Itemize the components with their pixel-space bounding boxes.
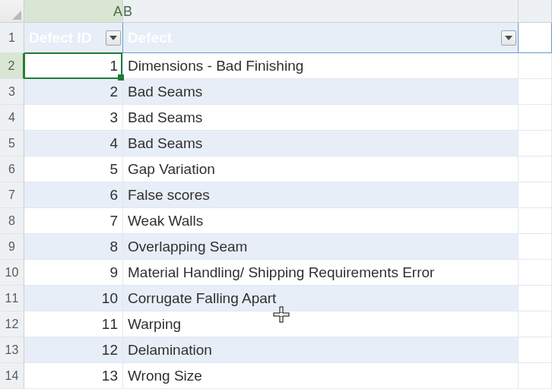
cell-defect-id[interactable]: 5 — [24, 156, 123, 182]
column-header-A[interactable]: A — [24, 0, 123, 23]
cell-defect[interactable]: Gap Variation — [123, 156, 519, 182]
row-header-9[interactable]: 9 — [0, 234, 24, 260]
row-header-1[interactable]: 1 — [0, 23, 24, 53]
cell-empty[interactable] — [519, 337, 552, 363]
table-row: 1 Dimensions - Bad Finishing — [24, 53, 552, 79]
cell-empty[interactable] — [519, 53, 552, 79]
row-header-2[interactable]: 2 — [0, 53, 24, 79]
row-header-13[interactable]: 13 — [0, 337, 24, 363]
cell-defect-id[interactable]: 12 — [24, 337, 123, 363]
column-letter: A — [113, 0, 122, 23]
cell-defect[interactable]: Material Handling/ Shipping Requirements… — [123, 260, 519, 286]
cell-empty[interactable] — [519, 79, 552, 105]
row-header-3[interactable]: 3 — [0, 79, 24, 105]
cell-defect[interactable]: Dimensions - Bad Finishing — [123, 53, 519, 79]
cell-defect-id[interactable]: 13 — [24, 363, 123, 389]
select-all-triangle-icon — [12, 11, 21, 20]
cell-defect-id[interactable]: 7 — [24, 208, 123, 234]
cell-empty[interactable] — [519, 105, 552, 131]
filter-button-defect[interactable] — [501, 30, 516, 46]
cell-defect-id[interactable]: 3 — [24, 105, 123, 131]
table-row: 6 False scores — [24, 182, 552, 208]
cell-defect[interactable]: Wrong Size — [123, 363, 519, 389]
table-header-defect[interactable]: Defect — [123, 23, 519, 53]
column-headers: A B — [24, 0, 552, 23]
cell-empty[interactable] — [519, 208, 552, 234]
table-row: 11 Warping — [24, 311, 552, 337]
column-header-empty[interactable] — [519, 0, 552, 23]
cell-empty[interactable] — [519, 260, 552, 286]
chevron-down-icon — [109, 36, 117, 40]
cell-defect[interactable]: False scores — [123, 182, 519, 208]
cell-defect[interactable]: Bad Seams — [123, 79, 519, 105]
cell-empty[interactable] — [519, 234, 552, 260]
spreadsheet: A B 1 2 3 4 5 6 7 8 9 10 11 12 13 14 Def… — [0, 0, 552, 392]
cell-defect-id[interactable]: 6 — [24, 182, 123, 208]
cell-empty[interactable] — [519, 311, 552, 337]
table-header-row: Defect ID Defect — [24, 23, 552, 53]
cell-empty[interactable] — [519, 23, 552, 53]
filter-button-defect-id[interactable] — [106, 30, 121, 46]
table-row: 10 Corrugate Falling Apart — [24, 286, 552, 311]
chevron-down-icon — [505, 36, 512, 40]
table-row: 12 Delamination — [24, 337, 552, 363]
cell-defect-id[interactable]: 2 — [24, 79, 123, 105]
cell-empty[interactable] — [519, 286, 552, 311]
row-header-8[interactable]: 8 — [0, 208, 24, 234]
cell-defect[interactable]: Warping — [123, 311, 519, 337]
column-header-B[interactable]: B — [123, 0, 519, 23]
cell-defect-id[interactable]: 9 — [24, 260, 123, 286]
row-header-14[interactable]: 14 — [0, 363, 24, 389]
header-label: Defect — [128, 30, 172, 46]
select-all-corner[interactable] — [0, 0, 24, 23]
row-header-12[interactable]: 12 — [0, 311, 24, 337]
cell-defect-id[interactable]: 10 — [24, 286, 123, 311]
cell-defect[interactable]: Bad Seams — [123, 105, 519, 131]
header-label: Defect ID — [29, 30, 91, 46]
cell-empty[interactable] — [519, 156, 552, 182]
cell-defect-id[interactable]: 11 — [24, 311, 123, 337]
row-header-11[interactable]: 11 — [0, 286, 24, 311]
cell-empty[interactable] — [519, 182, 552, 208]
row-header-4[interactable]: 4 — [0, 105, 24, 131]
table-header-defect-id[interactable]: Defect ID — [24, 23, 123, 53]
cell-defect-id[interactable]: 8 — [24, 234, 123, 260]
table-row: 3 Bad Seams — [24, 105, 552, 131]
column-letter: B — [123, 0, 132, 23]
row-header-10[interactable]: 10 — [0, 260, 24, 286]
row-headers: 1 2 3 4 5 6 7 8 9 10 11 12 13 14 — [0, 23, 24, 389]
cell-defect[interactable]: Weak Walls — [123, 208, 519, 234]
cell-defect[interactable]: Overlapping Seam — [123, 234, 519, 260]
row-header-6[interactable]: 6 — [0, 156, 24, 182]
cell-defect[interactable]: Corrugate Falling Apart — [123, 286, 519, 311]
cell-defect-id[interactable]: 1 — [24, 53, 123, 79]
row-header-5[interactable]: 5 — [0, 131, 24, 156]
cell-empty[interactable] — [519, 131, 552, 156]
table-row: 9 Material Handling/ Shipping Requiremen… — [24, 260, 552, 286]
table-row: 4 Bad Seams — [24, 131, 552, 156]
cell-defect-id[interactable]: 4 — [24, 131, 123, 156]
cell-empty[interactable] — [519, 363, 552, 389]
table-row: 5 Gap Variation — [24, 156, 552, 182]
table-row: 7 Weak Walls — [24, 208, 552, 234]
cell-defect[interactable]: Bad Seams — [123, 131, 519, 156]
row-header-7[interactable]: 7 — [0, 182, 24, 208]
table-row: 13 Wrong Size — [24, 363, 552, 389]
table-row: 2 Bad Seams — [24, 79, 552, 105]
table-row: 8 Overlapping Seam — [24, 234, 552, 260]
cell-defect[interactable]: Delamination — [123, 337, 519, 363]
grid[interactable]: Defect ID Defect 1 Dimensions - Bad Fini… — [24, 23, 552, 392]
